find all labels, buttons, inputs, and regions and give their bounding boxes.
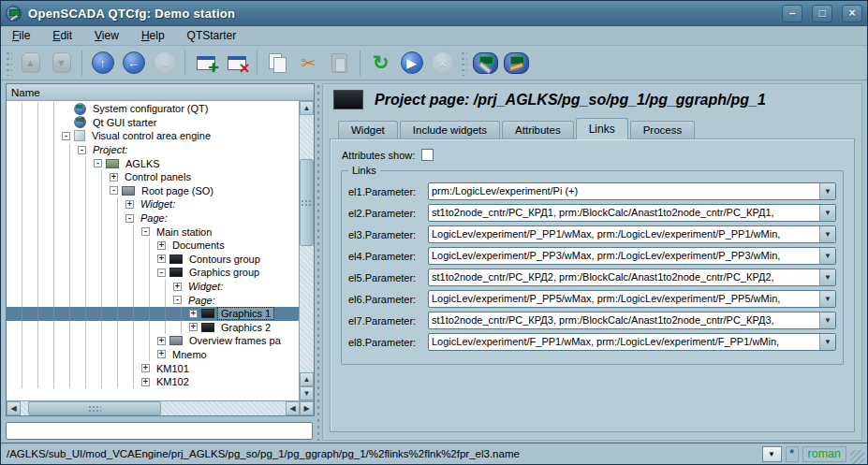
tree-item-system-configurator-qt[interactable]: System configurator (QT): [7, 102, 299, 116]
qtcfg-module-button[interactable]: [471, 49, 500, 78]
link-parameter-combobox-el8[interactable]: LogicLev/experiment/F_PP1/wMax, prm:/Log…: [428, 333, 836, 351]
refresh-button[interactable]: [366, 49, 395, 78]
tab-include-widgets[interactable]: Include widgets: [400, 121, 500, 138]
tree-item-main-station[interactable]: -Main station: [7, 225, 299, 239]
link-parameter-combobox-el4[interactable]: LogicLev/experiment/P_PP3/wMax, prm:/Log…: [428, 247, 836, 265]
resize-grip-icon[interactable]: [850, 450, 864, 464]
collapse-icon[interactable]: -: [125, 214, 134, 223]
scroll-thumb[interactable]: [28, 401, 161, 415]
cut-item-button[interactable]: [294, 49, 323, 78]
expand-icon[interactable]: +: [157, 241, 166, 250]
collapse-icon[interactable]: -: [62, 132, 70, 140]
collapse-icon[interactable]: -: [78, 146, 86, 154]
link-parameter-combobox-el3[interactable]: LogicLev/experiment/P_PP1/wMax, prm:/Log…: [428, 225, 836, 243]
tree-item-graphics-1[interactable]: +Graphics 1: [7, 307, 299, 321]
maximize-button[interactable]: □: [812, 5, 832, 22]
collapse-icon[interactable]: -: [141, 227, 150, 236]
tab-process[interactable]: Process: [630, 121, 696, 138]
chevron-down-icon[interactable]: ▼: [819, 334, 835, 350]
expand-icon[interactable]: +: [189, 323, 198, 331]
scroll-track[interactable]: [300, 115, 314, 372]
copy-item-button[interactable]: [263, 49, 292, 78]
collapse-icon[interactable]: -: [110, 186, 118, 195]
qtstarter-module-button[interactable]: [502, 49, 531, 78]
scroll-right-icon[interactable]: ▶: [300, 401, 314, 415]
combobox-value[interactable]: LogicLev/experiment/P_PP5/wMax, prm:/Log…: [429, 291, 819, 307]
panel-splitter[interactable]: [315, 83, 322, 441]
chevron-down-icon[interactable]: ▼: [819, 291, 835, 307]
tree-item-widget[interactable]: +Widget:: [7, 280, 299, 294]
scroll-up-icon[interactable]: ▲: [300, 101, 314, 115]
link-parameter-combobox-el2[interactable]: st1to2node_cntr/PC_КРД1, prm:/BlockCalc/…: [428, 204, 836, 222]
tab-widget[interactable]: Widget: [338, 121, 398, 138]
tree-vertical-scrollbar[interactable]: ▲ ▲ ▼: [299, 101, 314, 400]
tab-attributes[interactable]: Attributes: [502, 121, 574, 138]
combobox-value[interactable]: LogicLev/experiment/F_PP1/wMax, prm:/Log…: [429, 334, 819, 350]
collapse-icon[interactable]: -: [94, 159, 102, 167]
tree-item-km102[interactable]: +KM102: [7, 375, 299, 389]
scroll-thumb[interactable]: [300, 159, 314, 247]
collapse-icon[interactable]: -: [157, 269, 166, 277]
expand-icon[interactable]: +: [157, 337, 166, 345]
chevron-down-icon[interactable]: ▼: [819, 248, 835, 264]
scroll-left-icon[interactable]: ◀: [286, 401, 300, 415]
collapse-icon[interactable]: -: [173, 296, 182, 304]
tree-item-widget[interactable]: +Widget:: [7, 197, 299, 211]
up-button[interactable]: ↑: [88, 49, 117, 78]
scroll-up-icon[interactable]: ▲: [300, 372, 314, 386]
link-parameter-combobox-el1[interactable]: prm:/LogicLev/experiment/Pi (+)▼: [428, 182, 836, 200]
tree-item-qt-gui-starter[interactable]: Qt GUI starter: [7, 116, 299, 130]
tree-item-overview-frames-pa[interactable]: +Overview frames pa: [7, 334, 299, 348]
minimize-button[interactable]: –: [782, 5, 802, 22]
menu-edit[interactable]: Edit: [52, 29, 72, 42]
tree-item-km101[interactable]: +KM101: [7, 361, 299, 375]
tree-item-mnemo[interactable]: +Mnemo: [7, 348, 299, 362]
tree-item-graphics-2[interactable]: +Graphics 2: [7, 321, 299, 335]
menu-help[interactable]: Help: [141, 29, 165, 42]
tree-item-contours-group[interactable]: +Contours group: [7, 253, 299, 267]
start-update-button[interactable]: ▶: [397, 49, 426, 78]
close-button[interactable]: ×: [842, 5, 862, 22]
chevron-down-icon[interactable]: ▼: [819, 312, 835, 328]
tree-item-graphics-group[interactable]: -Graphics group: [7, 266, 299, 280]
combobox-value[interactable]: prm:/LogicLev/experiment/Pi (+): [429, 183, 819, 199]
tree-item-root-page-so[interactable]: -Root page (SO): [7, 184, 299, 198]
status-user-badge[interactable]: roman: [802, 446, 846, 462]
chevron-down-icon[interactable]: ▼: [819, 205, 835, 221]
expand-icon[interactable]: +: [157, 254, 166, 263]
menu-file[interactable]: File: [12, 29, 30, 42]
tree-item-control-panels[interactable]: +Control panels: [7, 170, 299, 184]
link-parameter-combobox-el5[interactable]: st1to2node_cntr/PC_КРД2, prm:/BlockCalc/…: [428, 269, 836, 286]
combobox-value[interactable]: LogicLev/experiment/P_PP1/wMax, prm:/Log…: [429, 226, 819, 242]
expand-icon[interactable]: +: [189, 310, 198, 318]
scroll-down-icon[interactable]: ▼: [300, 386, 314, 400]
tree-item-page[interactable]: -Page:: [7, 211, 299, 225]
tree-item-page[interactable]: -Page:: [7, 293, 299, 307]
combobox-value[interactable]: LogicLev/experiment/P_PP3/wMax, prm:/Log…: [429, 248, 819, 264]
chevron-down-icon[interactable]: ▼: [819, 269, 835, 285]
menu-qtstarter[interactable]: QTStarter: [187, 29, 237, 42]
attributes-show-checkbox[interactable]: [421, 149, 434, 161]
chevron-down-icon[interactable]: ▼: [819, 183, 835, 199]
expand-icon[interactable]: +: [141, 378, 150, 386]
combobox-value[interactable]: st1to2node_cntr/PC_КРД3, prm:/BlockCalc/…: [429, 312, 819, 328]
expand-icon[interactable]: +: [141, 364, 150, 372]
scroll-track[interactable]: [21, 401, 286, 415]
status-dropdown-button[interactable]: ▼: [762, 446, 782, 462]
back-button[interactable]: ←: [119, 49, 148, 78]
combobox-value[interactable]: st1to2node_cntr/PC_КРД1, prm:/BlockCalc/…: [429, 205, 819, 221]
expand-icon[interactable]: +: [110, 173, 118, 182]
menu-view[interactable]: View: [95, 29, 119, 42]
tree-item-project[interactable]: -Project:: [7, 143, 299, 157]
tree-horizontal-scrollbar[interactable]: ◀ ◀ ▶: [7, 400, 314, 415]
tab-links[interactable]: Links: [576, 118, 628, 139]
scroll-left-icon[interactable]: ◀: [7, 401, 21, 415]
status-changes-button[interactable]: *: [786, 446, 799, 462]
tree-item-aglks[interactable]: -AGLKS: [7, 156, 299, 170]
tree-item-documents[interactable]: +Documents: [7, 239, 299, 253]
expand-icon[interactable]: +: [173, 283, 182, 291]
toolbar-handle[interactable]: [461, 51, 467, 76]
link-parameter-combobox-el6[interactable]: LogicLev/experiment/P_PP5/wMax, prm:/Log…: [428, 290, 836, 308]
add-item-button[interactable]: [191, 49, 220, 78]
tree-item-visual-control-area-engine[interactable]: -Visual control area engine: [7, 129, 299, 143]
